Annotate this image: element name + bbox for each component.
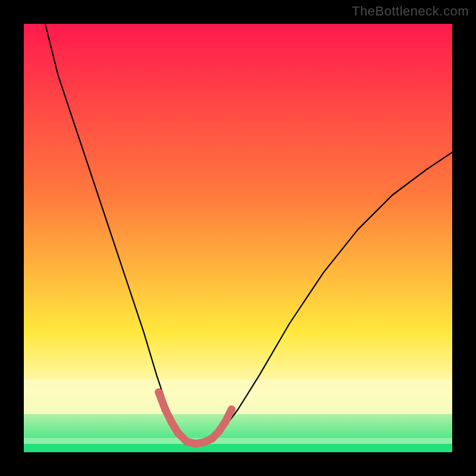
watermark-text: TheBottleneck.com <box>352 4 469 19</box>
plot-svg <box>24 24 452 452</box>
marker-dot <box>161 406 169 414</box>
marker-dot <box>215 428 223 436</box>
bottleneck-plot <box>24 24 452 452</box>
chart-frame: TheBottleneck.com <box>0 0 476 476</box>
marker-dot <box>208 435 216 443</box>
ideal-zone-fade <box>24 438 452 444</box>
marker-dot <box>183 438 190 446</box>
marker-dot <box>200 439 208 446</box>
ideal-zone-strip <box>24 444 452 452</box>
marker-dot <box>155 389 162 396</box>
marker-dot <box>168 418 176 426</box>
marker-dot <box>221 418 229 426</box>
marker-dot <box>228 406 236 414</box>
marker-dot <box>192 440 199 447</box>
marker-dot <box>174 429 182 437</box>
